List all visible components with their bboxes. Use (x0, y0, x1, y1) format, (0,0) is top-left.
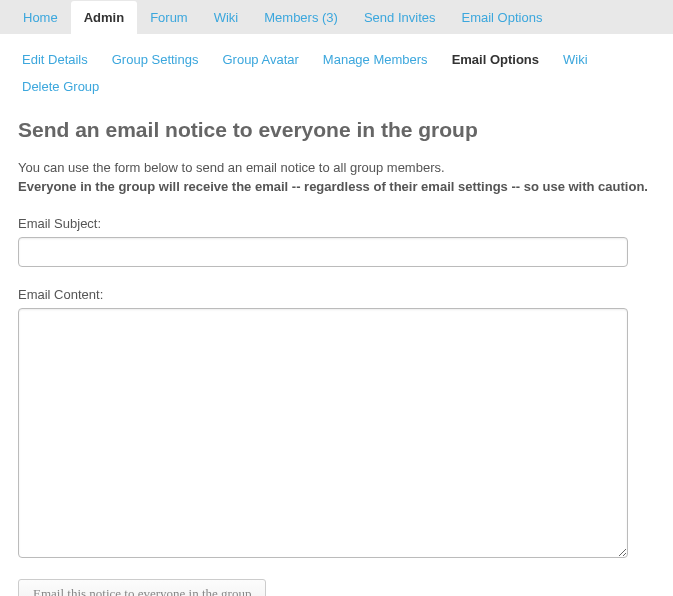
page-title: Send an email notice to everyone in the … (18, 118, 655, 142)
topnav-email-options[interactable]: Email Options (448, 1, 555, 34)
subnav-group-settings[interactable]: Group Settings (100, 46, 211, 73)
content-area: Send an email notice to everyone in the … (0, 112, 673, 596)
subnav-email-options[interactable]: Email Options (440, 46, 551, 73)
email-subject-label: Email Subject: (18, 216, 655, 231)
topnav-members[interactable]: Members (3) (251, 1, 351, 34)
email-content-textarea[interactable] (18, 308, 628, 558)
submit-button[interactable]: Email this notice to everyone in the gro… (18, 579, 266, 596)
subnav-manage-members[interactable]: Manage Members (311, 46, 440, 73)
topnav-admin[interactable]: Admin (71, 1, 137, 34)
email-subject-input[interactable] (18, 237, 628, 267)
warning-text: Everyone in the group will receive the e… (18, 179, 655, 194)
subnav-edit-details[interactable]: Edit Details (10, 46, 100, 73)
sub-nav: Edit Details Group Settings Group Avatar… (0, 34, 673, 112)
topnav-send-invites[interactable]: Send Invites (351, 1, 449, 34)
email-content-label: Email Content: (18, 287, 655, 302)
topnav-wiki[interactable]: Wiki (201, 1, 252, 34)
topnav-home[interactable]: Home (10, 1, 71, 34)
instruction-text: You can use the form below to send an em… (18, 160, 655, 175)
topnav-forum[interactable]: Forum (137, 1, 201, 34)
subnav-delete-group[interactable]: Delete Group (10, 73, 111, 100)
top-nav: Home Admin Forum Wiki Members (3) Send I… (0, 0, 673, 34)
subnav-group-avatar[interactable]: Group Avatar (210, 46, 310, 73)
subnav-wiki[interactable]: Wiki (551, 46, 600, 73)
